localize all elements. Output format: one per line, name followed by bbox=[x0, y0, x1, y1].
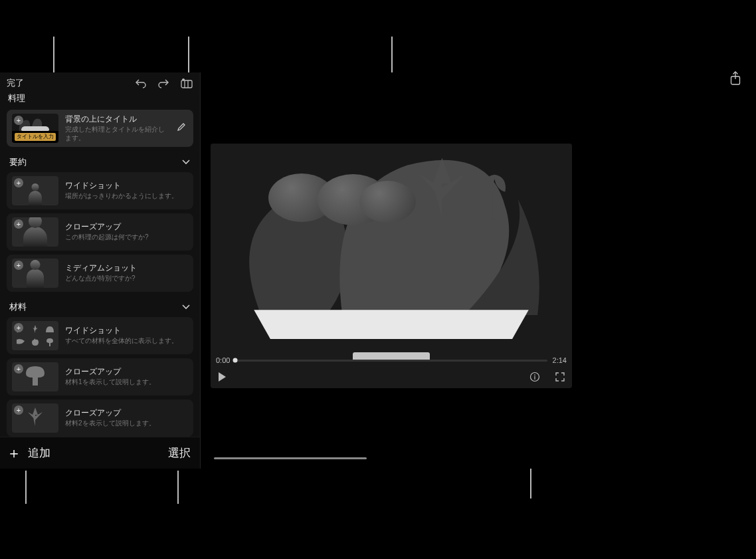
preview-frame bbox=[211, 144, 572, 388]
shot-subtitle: 場所がはっきりわかるようにします。 bbox=[65, 192, 188, 201]
shot-row[interactable]: + ワイドショット 場所がはっきりわかるようにします。 bbox=[7, 172, 193, 209]
add-media-icon[interactable]: + bbox=[14, 178, 23, 187]
shot-subtitle: この料理の起源は何ですか? bbox=[65, 233, 188, 242]
section-label: 材料 bbox=[9, 301, 27, 313]
section-summary[interactable]: 要約 bbox=[7, 151, 193, 172]
shot-title: クローズアップ bbox=[65, 222, 188, 232]
shot-thumb: + bbox=[12, 259, 58, 288]
edit-icon[interactable] bbox=[175, 122, 188, 134]
shot-subtitle: すべての材料を全体的に表示します。 bbox=[65, 337, 188, 346]
shot-subtitle: どんな点が特別ですか? bbox=[65, 275, 188, 283]
plus-icon: ＋ bbox=[7, 443, 21, 463]
svg-point-3 bbox=[534, 374, 535, 375]
title-badge: タイトルを入力 bbox=[15, 133, 56, 141]
done-button[interactable]: 完了 bbox=[7, 77, 24, 89]
shot-thumb: + bbox=[12, 217, 58, 247]
player-controls bbox=[211, 368, 572, 386]
shot-row[interactable]: + ミディアムショット どんな点が特別ですか? bbox=[7, 255, 193, 292]
timeline-bar[interactable]: 0:00 2:14 bbox=[211, 354, 572, 367]
time-current: 0:00 bbox=[216, 356, 230, 364]
shot-row[interactable]: + クローズアップ 材料2を表示して説明します。 bbox=[7, 399, 193, 437]
project-title: 料理 bbox=[0, 92, 200, 110]
section-label: 要約 bbox=[9, 156, 27, 168]
timeline-playhead[interactable] bbox=[233, 358, 238, 363]
shot-thumb: + bbox=[12, 321, 58, 350]
sidebar-bottom-bar: ＋ 追加 選択 bbox=[0, 437, 200, 469]
home-indicator bbox=[214, 457, 367, 459]
chevron-down-icon bbox=[181, 304, 191, 310]
add-media-icon[interactable]: + bbox=[14, 261, 23, 270]
add-media-icon[interactable]: + bbox=[14, 323, 23, 332]
redo-icon[interactable] bbox=[157, 78, 169, 88]
play-icon[interactable] bbox=[217, 372, 227, 382]
undo-icon[interactable] bbox=[135, 78, 147, 88]
add-media-icon[interactable]: + bbox=[14, 116, 23, 125]
shot-title-card[interactable]: タイトルを入力 + 背景の上にタイトル 完成した料理とタイトルを紹介します。 bbox=[7, 110, 193, 147]
shot-title: 背景の上にタイトル bbox=[65, 114, 168, 124]
shot-subtitle: 材料1を表示して説明します。 bbox=[65, 378, 188, 387]
time-total: 2:14 bbox=[553, 356, 567, 364]
shot-thumb: タイトルを入力 + bbox=[12, 114, 58, 143]
sidebar-toolbar: 完了 bbox=[0, 72, 200, 92]
svg-rect-1 bbox=[181, 80, 192, 88]
app-window: 完了 料理 bbox=[0, 72, 756, 469]
add-button[interactable]: ＋ 追加 bbox=[7, 443, 50, 463]
shot-title: ワイドショット bbox=[65, 181, 188, 191]
storyboard-sidebar: 完了 料理 bbox=[0, 72, 201, 469]
shot-row[interactable]: + クローズアップ 材料1を表示して説明します。 bbox=[7, 358, 193, 395]
shot-thumb: + bbox=[12, 403, 58, 433]
shot-row[interactable]: + クローズアップ この料理の起源は何ですか? bbox=[7, 213, 193, 251]
shot-row[interactable]: + ワイドショット すべての材料を全体的に表示します。 bbox=[7, 317, 193, 354]
shot-thumb: + bbox=[12, 362, 58, 391]
section-ingredients[interactable]: 材料 bbox=[7, 296, 193, 317]
shot-title: ミディアムショット bbox=[65, 263, 188, 273]
add-media-icon[interactable]: + bbox=[14, 364, 23, 374]
shot-list: タイトルを入力 + 背景の上にタイトル 完成した料理とタイトルを紹介します。 要… bbox=[0, 110, 200, 437]
select-button[interactable]: 選択 bbox=[168, 445, 191, 461]
shot-title: クローズアップ bbox=[65, 367, 188, 377]
shot-subtitle: 材料2を表示して説明します。 bbox=[65, 419, 188, 428]
timeline-track[interactable] bbox=[235, 360, 547, 362]
share-icon[interactable] bbox=[729, 71, 741, 86]
fullscreen-icon[interactable] bbox=[555, 372, 565, 382]
shot-title: ワイドショット bbox=[65, 326, 188, 336]
add-media-icon[interactable]: + bbox=[14, 405, 23, 415]
storyboard-settings-icon[interactable] bbox=[180, 78, 193, 88]
preview-viewer: 0:00 2:14 bbox=[211, 144, 572, 388]
info-icon[interactable] bbox=[529, 372, 540, 382]
add-media-icon[interactable]: + bbox=[14, 219, 23, 229]
chevron-down-icon bbox=[181, 159, 191, 166]
shot-thumb: + bbox=[12, 176, 58, 205]
shot-subtitle: 完成した料理とタイトルを紹介します。 bbox=[65, 126, 168, 142]
add-label: 追加 bbox=[28, 445, 50, 461]
shot-title: クローズアップ bbox=[65, 408, 188, 418]
